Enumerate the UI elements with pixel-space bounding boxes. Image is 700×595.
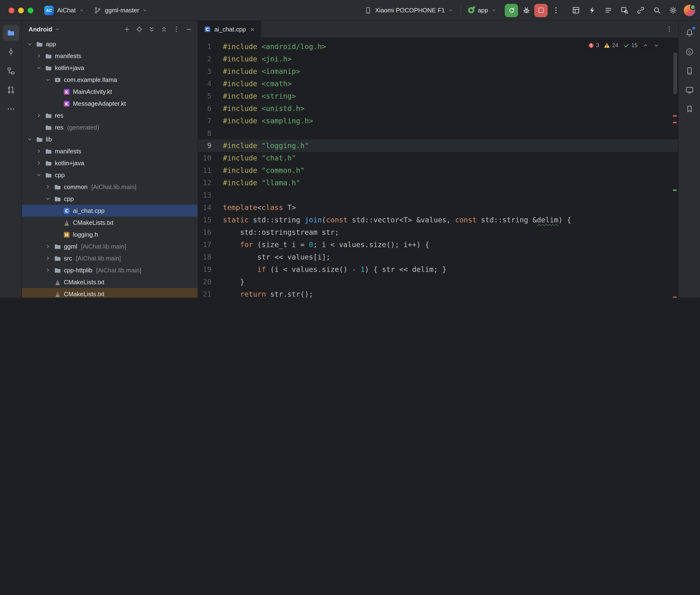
tool-window-button-commit[interactable] bbox=[3, 44, 19, 60]
chevron-right-icon[interactable] bbox=[35, 112, 43, 119]
device-selector[interactable]: Xiaomi POCOPHONE F1 bbox=[360, 4, 458, 17]
code-line-5[interactable]: 5#include <string> bbox=[198, 90, 678, 103]
previous-problem-button[interactable] bbox=[642, 42, 648, 48]
tree-item-manifests[interactable]: manifests bbox=[22, 145, 198, 157]
code-area[interactable]: 1#include <android/log.h>2#include <jni.… bbox=[198, 38, 678, 298]
chevron-right-icon[interactable] bbox=[35, 52, 43, 60]
tree-item-ggml[interactable]: ggml[AiChat.lib.main] bbox=[22, 240, 198, 252]
add-button[interactable] bbox=[120, 23, 133, 35]
rerun-app-button[interactable] bbox=[505, 4, 518, 17]
chevron-down-icon[interactable] bbox=[44, 195, 52, 203]
change-stripe-mark[interactable] bbox=[673, 190, 677, 191]
editor-scrollbar[interactable] bbox=[673, 52, 677, 94]
code-line-6[interactable]: 6#include <unistd.h> bbox=[198, 103, 678, 115]
tree-item-logging-h[interactable]: Hlogging.h bbox=[22, 229, 198, 240]
user-avatar[interactable] bbox=[684, 4, 695, 16]
tree-item-com-example-llama[interactable]: com.example.llama bbox=[22, 74, 198, 86]
chevron-down-icon[interactable] bbox=[35, 171, 43, 179]
tree-item-cmakelists-txt[interactable]: CMakeLists.txt bbox=[22, 217, 198, 229]
close-window-button[interactable] bbox=[8, 7, 14, 13]
tree-item-common[interactable]: common[AiChat.lib.main] bbox=[22, 181, 198, 193]
minimize-window-button[interactable] bbox=[18, 7, 24, 13]
tree-item-cpp-httplib[interactable]: cpp-httplib[AiChat.lib.main] bbox=[22, 264, 198, 276]
code-line-4[interactable]: 4#include <cmath> bbox=[198, 78, 678, 90]
chevron-down-icon[interactable] bbox=[26, 136, 33, 143]
code-line-21[interactable]: 21 return str.str(); bbox=[198, 288, 678, 298]
tree-item-src[interactable]: src[AiChat.lib.main] bbox=[22, 252, 198, 264]
code-line-7[interactable]: 7#include <sampling.h> bbox=[198, 115, 678, 127]
errors-count[interactable]: 3 bbox=[588, 42, 599, 49]
tree-item-manifests[interactable]: manifests bbox=[22, 50, 198, 62]
chevron-down-icon[interactable] bbox=[35, 64, 43, 72]
tree-item-app[interactable]: app bbox=[22, 38, 198, 50]
tree-item-mainactivity-kt[interactable]: KMainActivity.kt bbox=[22, 86, 198, 97]
close-tab-icon[interactable] bbox=[249, 26, 255, 32]
tool-window-button-notifications[interactable] bbox=[681, 25, 697, 41]
chevron-down-icon[interactable] bbox=[44, 76, 52, 84]
code-line-15[interactable]: 15static std::string join(const std::vec… bbox=[198, 214, 678, 226]
tree-item-cmakelists-txt[interactable]: CMakeLists.txt bbox=[22, 276, 198, 288]
tool-window-button-more-tool-windows[interactable] bbox=[3, 101, 19, 117]
profiler-button[interactable] bbox=[585, 3, 599, 18]
error-stripe-mark[interactable] bbox=[673, 115, 677, 117]
device-mirroring-button[interactable] bbox=[633, 3, 648, 18]
code-line-19[interactable]: 19 if (i < values.size() - 1) { str << d… bbox=[198, 263, 678, 276]
code-line-8[interactable]: 8 bbox=[198, 127, 678, 140]
code-line-16[interactable]: 16 std::ostringstream str; bbox=[198, 226, 678, 238]
code-line-10[interactable]: 10#include "chat.h" bbox=[198, 152, 678, 164]
zoom-window-button[interactable] bbox=[28, 7, 33, 13]
code-line-20[interactable]: 20 } bbox=[198, 276, 678, 288]
passed-count[interactable]: 15 bbox=[623, 42, 638, 49]
tree-item-res[interactable]: res(generated) bbox=[22, 121, 198, 133]
editor-tab-ai-chat-cpp[interactable]: C ai_chat.cpp bbox=[198, 21, 261, 38]
tool-window-button-gradle[interactable]: G bbox=[681, 44, 697, 60]
chevron-right-icon[interactable] bbox=[35, 159, 43, 167]
chevron-right-icon[interactable] bbox=[35, 147, 43, 155]
run-configuration-selector[interactable]: app bbox=[464, 4, 501, 16]
next-problem-button[interactable] bbox=[653, 42, 660, 48]
chevron-right-icon[interactable] bbox=[44, 255, 52, 262]
error-stripe-mark[interactable] bbox=[673, 297, 677, 298]
tool-window-button-bookmarks[interactable] bbox=[681, 101, 697, 117]
error-stripe-mark[interactable] bbox=[673, 122, 677, 123]
project-widget[interactable]: AC AiChat bbox=[40, 3, 89, 18]
tool-window-button-project[interactable] bbox=[3, 25, 19, 41]
tree-item-cmakelists-txt[interactable]: CMakeLists.txt bbox=[22, 288, 198, 298]
code-line-11[interactable]: 11#include "common.h" bbox=[198, 164, 678, 177]
tool-window-button-device-manager[interactable] bbox=[681, 63, 697, 79]
tool-window-button-structure[interactable] bbox=[3, 63, 19, 79]
project-view-selector[interactable]: Android bbox=[29, 26, 52, 33]
app-inspection-button[interactable] bbox=[617, 3, 632, 18]
tool-window-button-emulator[interactable] bbox=[681, 82, 697, 98]
editor-options-button[interactable] bbox=[663, 23, 675, 35]
locate-file-button[interactable] bbox=[133, 23, 145, 35]
warnings-count[interactable]: 24 bbox=[604, 42, 619, 49]
hide-panel-button[interactable] bbox=[183, 23, 195, 35]
tree-item-ai-chat-cpp[interactable]: Cai_chat.cpp bbox=[22, 205, 198, 217]
tree-item-cpp[interactable]: cpp bbox=[22, 169, 198, 181]
logcat-button[interactable] bbox=[601, 3, 615, 18]
chevron-right-icon[interactable] bbox=[44, 243, 52, 250]
expand-all-button[interactable] bbox=[145, 23, 158, 35]
settings-button[interactable] bbox=[666, 3, 680, 18]
code-line-9[interactable]: 9#include "logging.h" bbox=[198, 140, 678, 152]
tree-item-res[interactable]: res bbox=[22, 110, 198, 121]
debug-button[interactable] bbox=[519, 3, 533, 18]
code-line-14[interactable]: 14template<class T> bbox=[198, 201, 678, 214]
code-line-18[interactable]: 18 str << values[i]; bbox=[198, 251, 678, 263]
more-options-button[interactable] bbox=[170, 23, 183, 35]
search-everywhere-button[interactable] bbox=[649, 3, 664, 18]
tree-item-cpp[interactable]: cpp bbox=[22, 193, 198, 205]
tree-item-kotlin-java[interactable]: kotlin+java bbox=[22, 157, 198, 169]
vcs-branch-widget[interactable]: ggml-master bbox=[89, 4, 152, 17]
stop-button[interactable] bbox=[534, 4, 548, 17]
code-line-12[interactable]: 12#include "llama.h" bbox=[198, 177, 678, 189]
tree-item-lib[interactable]: lib bbox=[22, 133, 198, 145]
tree-item-messageadapter-kt[interactable]: KMessageAdapter.kt bbox=[22, 97, 198, 110]
editor-body[interactable]: 1#include <android/log.h>2#include <jni.… bbox=[198, 38, 678, 298]
code-line-13[interactable]: 13 bbox=[198, 189, 678, 201]
chevron-down-icon[interactable] bbox=[26, 40, 33, 48]
tool-window-button-pull-requests[interactable] bbox=[3, 82, 19, 98]
code-line-17[interactable]: 17 for (size_t i = 0; i < values.size();… bbox=[198, 238, 678, 251]
code-line-2[interactable]: 2#include <jni.h> bbox=[198, 53, 678, 65]
